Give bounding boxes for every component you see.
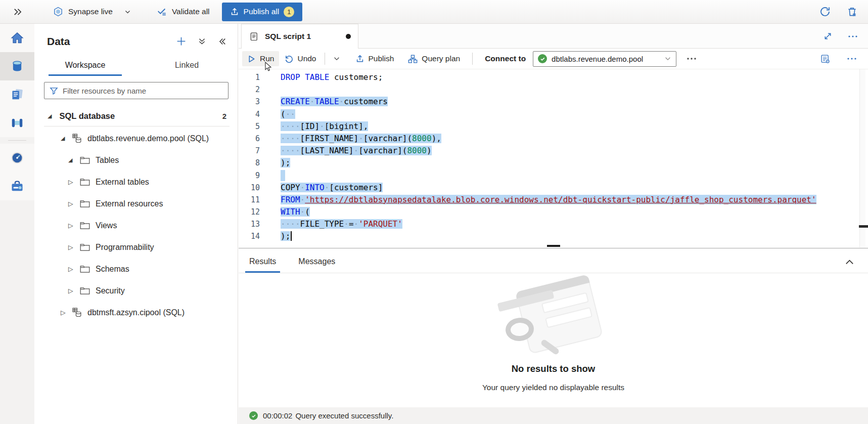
chevron-down-icon — [124, 9, 131, 15]
tree-item-label: Programmability — [96, 243, 154, 252]
refresh-button[interactable] — [817, 4, 833, 20]
discard-all-button[interactable] — [844, 4, 860, 20]
collapse-results-button[interactable] — [842, 255, 857, 270]
add-resource-button[interactable] — [174, 34, 189, 49]
undo-button[interactable]: Undo — [279, 51, 321, 66]
toolbox-icon — [10, 179, 24, 193]
line-number: 4 — [239, 108, 260, 120]
code-line: 13····FILE_TYPE·=·'PARQUET' — [239, 218, 868, 230]
query-plan-button[interactable]: Query plan — [403, 51, 465, 67]
nav-data[interactable] — [0, 52, 34, 80]
chevron-down-icon — [333, 55, 340, 62]
collapse-panel-button[interactable] — [215, 35, 229, 48]
tree-item[interactable]: ▷Views — [34, 215, 238, 236]
tree-item[interactable]: ◢Tables — [34, 149, 238, 171]
code-line: 2 — [239, 83, 868, 96]
nav-monitor[interactable] — [0, 144, 34, 172]
tree-item-label: dbtlabs.revenue.demo.pool (SQL) — [87, 134, 209, 143]
expand-arrow-icon[interactable]: ▷ — [68, 265, 75, 273]
expand-arrow-icon[interactable]: ▷ — [68, 200, 75, 207]
tree-item-label: Views — [96, 221, 117, 230]
code-editor[interactable]: 1DROP TABLE customers;23CREATE·TABLE·cus… — [239, 69, 868, 247]
tree-section-header[interactable]: ◢ SQL database 2 — [34, 104, 238, 126]
undo-dropdown-button[interactable] — [328, 52, 345, 65]
folder-icon — [80, 156, 90, 164]
folder-icon — [80, 265, 90, 273]
editor-scrollbar[interactable] — [859, 69, 865, 247]
tab-workspace[interactable]: Workspace — [34, 56, 136, 76]
splitter-grip[interactable] — [547, 245, 560, 247]
line-number: 10 — [239, 182, 260, 194]
tree-item[interactable]: ▷External tables — [34, 171, 238, 193]
tree-item[interactable]: ◢dbtlabs.revenue.demo.pool (SQL) — [34, 128, 238, 149]
editor-tab-sql-script-1[interactable]: SQL script 1 — [241, 24, 358, 49]
expand-diagonal-icon — [823, 31, 833, 41]
line-number: 14 — [239, 230, 260, 242]
run-button[interactable]: Run — [242, 51, 279, 66]
collapse-arrow-icon[interactable]: ◢ — [68, 157, 75, 163]
filter-funnel-icon — [49, 86, 59, 96]
editor-tab-label: SQL script 1 — [265, 32, 311, 41]
expand-arrow-icon[interactable]: ▷ — [61, 309, 68, 316]
actions-menu-button[interactable] — [196, 35, 208, 48]
toolbar-more-button[interactable] — [684, 55, 699, 62]
code-line: 9 — [239, 169, 868, 182]
undo-icon — [284, 54, 293, 63]
publish-icon — [230, 7, 239, 16]
tree-item[interactable]: ▷Programmability — [34, 236, 238, 258]
line-number: 5 — [239, 120, 260, 133]
tab-more-button[interactable] — [846, 33, 860, 40]
empty-results-subtitle: Your query yielded no displayable result… — [239, 383, 868, 392]
home-icon — [10, 31, 24, 45]
tab-results[interactable]: Results — [247, 252, 278, 273]
tab-linked[interactable]: Linked — [136, 56, 238, 76]
run-label: Run — [260, 54, 274, 63]
top-command-bar: Synapse live Validate all Publish all 1 — [0, 0, 868, 24]
folder-icon — [80, 178, 90, 186]
expand-editor-button[interactable] — [821, 29, 835, 43]
results-header: Results Messages — [239, 249, 868, 273]
expand-menu-icon[interactable] — [11, 5, 24, 19]
nav-manage[interactable] — [0, 172, 34, 200]
expand-arrow-icon[interactable]: ▷ — [68, 222, 75, 229]
connect-to-dropdown[interactable]: dbtlabs.revenue.demo.pool — [533, 51, 676, 67]
ellipsis-icon — [687, 57, 697, 60]
expand-arrow-icon[interactable]: ▷ — [68, 178, 75, 186]
nav-home[interactable] — [0, 24, 34, 52]
nav-develop[interactable] — [0, 80, 34, 109]
code-line: 11FROM·'https://dbtlabsynapsedatalake.bl… — [239, 194, 868, 206]
status-time: 00:00:02 — [263, 411, 292, 420]
connected-check-icon — [538, 54, 547, 63]
tree-item[interactable]: ▷dbtmsft.azsyn.cipool (SQL) — [34, 302, 238, 323]
validate-all-button[interactable]: Validate all — [150, 2, 216, 21]
panel-title: Data — [47, 35, 70, 48]
activity-bar — [0, 24, 34, 424]
tab-messages[interactable]: Messages — [296, 252, 337, 273]
nav-integrate[interactable] — [0, 109, 34, 137]
folder-icon — [80, 200, 90, 208]
toolbar-divider — [472, 53, 473, 65]
gauge-icon — [10, 151, 24, 165]
double-chevron-right-icon — [13, 7, 22, 17]
double-chevron-down-icon — [198, 37, 206, 46]
tree-item-label: dbtmsft.azsyn.cipool (SQL) — [87, 308, 185, 317]
collapse-arrow-icon[interactable]: ◢ — [61, 135, 68, 142]
publish-count-badge: 1 — [284, 7, 294, 17]
editor-more-button[interactable] — [845, 55, 859, 62]
publish-all-button[interactable]: Publish all 1 — [222, 3, 303, 21]
editor-toolbar: Run Undo Publish Query plan Connect to — [239, 49, 868, 69]
tree-item[interactable]: ▷Schemas — [34, 258, 238, 280]
code-line: 1DROP TABLE customers; — [239, 71, 868, 83]
tree-item[interactable]: ▷External resources — [34, 193, 238, 215]
code-line: 3CREATE·TABLE·customers — [239, 96, 868, 108]
chevron-down-icon — [664, 55, 671, 62]
filter-resources-input[interactable] — [63, 87, 223, 95]
undo-label: Undo — [297, 54, 316, 63]
mode-selector[interactable]: Synapse live — [47, 2, 137, 21]
publish-button[interactable]: Publish — [350, 51, 399, 66]
view-settings-button[interactable] — [818, 52, 833, 66]
tree-item[interactable]: ▷Security — [34, 280, 238, 302]
tree-section-label: SQL database — [59, 111, 115, 121]
expand-arrow-icon[interactable]: ▷ — [68, 243, 75, 251]
expand-arrow-icon[interactable]: ▷ — [68, 287, 75, 294]
